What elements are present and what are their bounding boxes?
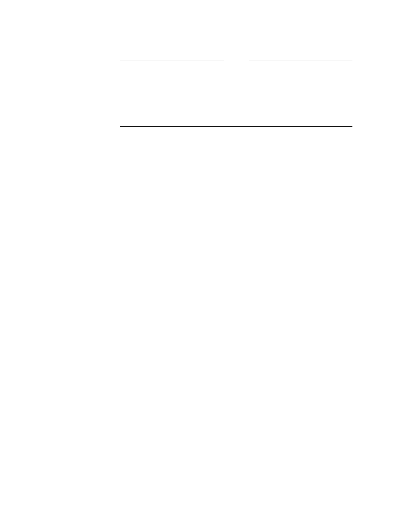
horizontal-rule-long	[120, 126, 352, 127]
document-page	[0, 0, 411, 532]
horizontal-rule-top-left	[120, 60, 224, 60]
horizontal-rule-top-right	[249, 60, 352, 60]
